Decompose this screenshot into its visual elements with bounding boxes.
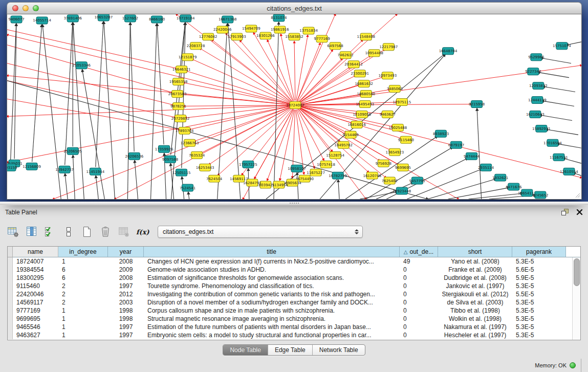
graph-node[interactable]: 7625402 (382, 177, 398, 184)
graph-node[interactable]: 17359926 (155, 145, 173, 152)
table-select-dropdown[interactable]: citations_edges.txt (158, 226, 363, 238)
graph-edge[interactable] (427, 179, 495, 199)
graph-node[interactable]: 14646321 (172, 66, 191, 73)
close-icon[interactable] (576, 209, 583, 215)
graph-node[interactable]: 22083728 (187, 42, 205, 50)
graph-edge[interactable] (7, 30, 177, 69)
graph-node[interactable]: 7462612 (338, 52, 354, 59)
graph-node[interactable]: 12109058 (353, 111, 371, 118)
graph-node[interactable]: 8466160 (149, 16, 165, 23)
graph-edge[interactable] (73, 156, 75, 199)
table-row[interactable]: 1872400712008Changes of HCN gene express… (8, 257, 580, 266)
graph-edge[interactable] (338, 181, 339, 199)
graph-edge[interactable] (226, 33, 292, 102)
graph-node[interactable]: 14569117 (230, 175, 248, 182)
column-header-pagerank[interactable]: pagerank (512, 247, 566, 257)
graph-edge[interactable] (296, 36, 308, 101)
graph-node[interactable]: 22420046 (213, 26, 232, 33)
table-row[interactable]: 1456911722003Disruption of a novel membe… (8, 298, 580, 307)
graph-node[interactable]: 9097588 (162, 156, 178, 163)
graph-node[interactable]: 1527602 (122, 15, 138, 22)
graph-node[interactable]: 9245652 (532, 191, 548, 199)
graph-node[interactable]: 19565358 (169, 78, 188, 85)
network-graph[interactable]: 18724007 22083728 12151879 14646321 1956… (7, 14, 581, 199)
graph-edge[interactable] (65, 24, 73, 165)
graph-edge[interactable] (564, 159, 581, 163)
delete-table-icon[interactable] (115, 223, 133, 241)
graph-edge[interactable] (300, 106, 393, 126)
graph-edge[interactable] (567, 42, 581, 45)
graph-node[interactable]: 2935114 (478, 164, 494, 171)
graph-edge[interactable] (96, 177, 98, 199)
column-header-name[interactable]: name (13, 247, 58, 257)
graph-node[interactable]: 9756928 (376, 160, 391, 167)
graph-edge[interactable] (541, 58, 571, 63)
column-header-year[interactable]: year (108, 247, 144, 257)
graph-edge[interactable] (171, 24, 185, 155)
graph-node[interactable]: 10954488 (365, 50, 383, 57)
graph-edge[interactable] (217, 25, 227, 199)
table-row[interactable]: 946554611997Estimation of the future num… (8, 323, 580, 331)
graph-edge[interactable] (298, 50, 333, 101)
graph-node[interactable]: 7932621 (492, 174, 508, 181)
graph-edge[interactable] (186, 71, 291, 104)
graph-node[interactable]: 9699695 (395, 164, 411, 171)
graph-node[interactable]: 20729852 (171, 115, 190, 122)
table-row[interactable]: 1938455462009Genome-wide association stu… (8, 266, 580, 274)
network-window-titlebar[interactable]: citations_edges.txt (7, 2, 582, 14)
table-row[interactable]: 2242004622012Investigating the contribut… (8, 290, 580, 298)
graph-node[interactable]: 9777169 (314, 35, 330, 42)
create-column-icon[interactable] (78, 223, 96, 241)
graph-node[interactable]: 9457791 (409, 177, 425, 184)
tab-network-table[interactable]: Network Table (313, 345, 365, 355)
graph-edge[interactable] (547, 129, 578, 135)
graph-edge[interactable] (543, 86, 575, 92)
graph-node[interactable]: 12444139 (528, 97, 547, 104)
graph-edge[interactable] (538, 72, 569, 77)
graph-node[interactable]: 9463627 (380, 111, 396, 118)
graph-edge[interactable] (7, 45, 172, 93)
graph-node[interactable]: 393159 (7, 164, 17, 171)
graph-node[interactable]: 14055714 (33, 17, 51, 24)
graph-edge[interactable] (254, 33, 293, 101)
table-row[interactable]: 1830029562008Estimation of significance … (8, 274, 580, 282)
graph-edge[interactable] (96, 23, 103, 167)
graph-edge[interactable] (274, 23, 279, 199)
graph-node[interactable]: 11548408 (357, 33, 375, 40)
float-window-icon[interactable] (561, 208, 569, 216)
graph-node[interactable]: 11167531 (550, 154, 568, 161)
graph-node[interactable]: 10757418 (317, 161, 335, 168)
graph-node[interactable]: 15128754 (326, 151, 344, 159)
graph-edge[interactable] (240, 40, 292, 101)
graph-node[interactable]: 18039421 (256, 181, 275, 188)
graph-node[interactable]: 10719184 (177, 15, 195, 22)
graph-node[interactable]: 8215958 (469, 101, 485, 108)
graph-edge[interactable] (574, 173, 581, 176)
column-header-out-de-[interactable]: △out_de... (400, 247, 438, 257)
graph-edge[interactable] (345, 137, 437, 199)
graph-node[interactable]: 9474444 (464, 152, 480, 160)
graph-edge[interactable] (448, 188, 509, 199)
graph-node[interactable]: 16816016 (347, 121, 366, 128)
zoom-window-button[interactable] (33, 5, 39, 11)
graph-edge[interactable] (540, 115, 572, 120)
table-row[interactable]: 977716911998Corpus callosum shape and si… (8, 307, 580, 315)
graph-node[interactable]: 8131074 (271, 14, 287, 21)
graph-node[interactable]: 13751834 (299, 27, 318, 34)
graph-node[interactable]: 15134954 (270, 181, 288, 188)
column-header-title[interactable]: title (144, 247, 400, 257)
resize-grip-icon[interactable] (574, 192, 580, 198)
table-row[interactable]: 911546021997Tourette syndrome. Phenomeno… (8, 282, 580, 290)
graph-node[interactable]: 17913903 (228, 33, 246, 40)
graph-edge[interactable] (65, 174, 68, 199)
graph-edge[interactable] (299, 67, 350, 102)
graph-node[interactable]: 18301266 (256, 32, 275, 39)
minimize-window-button[interactable] (23, 5, 29, 11)
graph-node[interactable]: 16284791 (243, 179, 262, 186)
graph-node[interactable]: 9115460 (398, 136, 414, 143)
graph-node[interactable]: 11451944 (86, 168, 104, 175)
function-builder-icon[interactable]: f(x) (133, 223, 151, 241)
graph-node[interactable]: 16253443 (196, 164, 214, 171)
graph-edge[interactable] (7, 35, 295, 105)
graph-node[interactable]: 17957225 (239, 161, 257, 168)
